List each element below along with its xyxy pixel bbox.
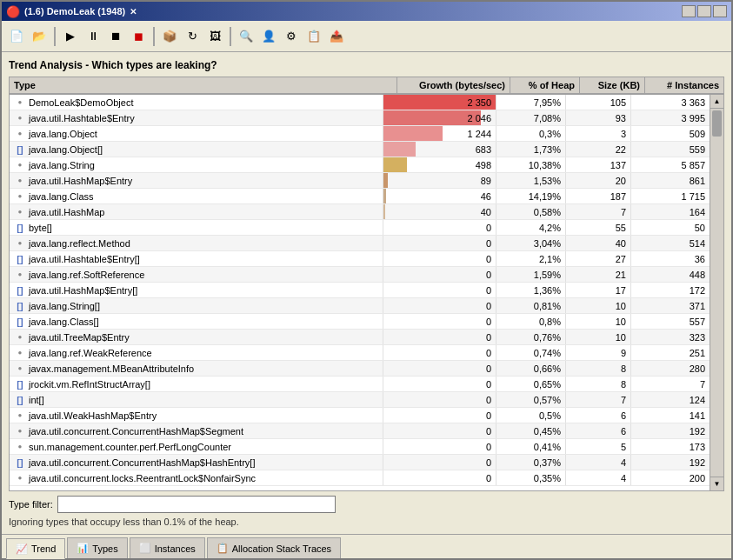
growth-cell: 0 [383, 439, 496, 454]
types-tab-label: Types [92, 543, 117, 554]
type-icon: ● [14, 425, 26, 437]
type-icon: [] [14, 394, 26, 406]
growth-bar [383, 157, 407, 172]
bracket-icon: [] [17, 285, 23, 296]
heap-cell: 10,38% [496, 157, 566, 172]
growth-cell: 683 [383, 142, 496, 157]
size-cell: 9 [566, 345, 631, 360]
config-button[interactable]: ⚙ [281, 26, 302, 47]
size-cell: 4 [566, 455, 631, 470]
report-button[interactable]: 📋 [303, 26, 324, 47]
instances-cell: 172 [631, 283, 710, 297]
table-row[interactable]: ● java.lang.ref.SoftReference 0 1,59% 21… [10, 267, 710, 283]
open-button[interactable]: 📂 [29, 26, 50, 47]
type-name-cell: ● java.util.TreeMap$Entry [10, 330, 383, 344]
table-row[interactable]: [] java.util.concurrent.ConcurrentHashMa… [10, 455, 710, 470]
table-row[interactable]: ● java.util.HashMap 40 0,58% 7 164 [10, 204, 710, 220]
col-size[interactable]: Size (KB) [580, 77, 645, 93]
table-row[interactable]: ● java.util.Hashtable$Entry 2 046 7,08% … [10, 110, 710, 126]
pause-button[interactable]: ⏸ [83, 26, 103, 47]
size-cell: 137 [566, 157, 631, 172]
back-button[interactable]: 🖼 [204, 26, 225, 47]
tab-instances[interactable]: ⬜ Instances [130, 537, 205, 558]
table-row[interactable]: [] byte[] 0 4,2% 55 50 [10, 220, 710, 236]
type-icon: ● [14, 347, 26, 359]
scroll-thumb[interactable] [712, 110, 722, 137]
heap-cell: 1,73% [496, 142, 566, 157]
type-icon: [] [14, 316, 26, 328]
table-row[interactable]: ● java.util.WeakHashMap$Entry 0 0,5% 6 1… [10, 408, 710, 423]
table-row[interactable]: [] java.util.Hashtable$Entry[] 0 2,1% 27… [10, 251, 710, 267]
scroll-down-button[interactable]: ▼ [710, 477, 723, 490]
new-button[interactable]: 📄 [6, 26, 27, 47]
tab-allocation[interactable]: 📋 Allocation Stack Traces [207, 537, 341, 558]
close-button[interactable] [713, 5, 727, 17]
scroll-track [710, 109, 723, 477]
search-button[interactable]: 🔍 [236, 26, 257, 47]
type-name-cell: [] java.util.concurrent.ConcurrentHashMa… [10, 455, 383, 470]
table-row[interactable]: ● java.lang.Object 1 244 0,3% 3 509 [10, 126, 710, 142]
maximize-button[interactable] [697, 5, 711, 17]
growth-cell: 0 [383, 345, 496, 360]
table-row[interactable]: ● java.lang.String 498 10,38% 137 5 857 [10, 157, 710, 173]
refresh-button[interactable]: ↻ [182, 26, 203, 47]
tab-trend[interactable]: 📈 Trend [6, 538, 65, 559]
type-icon: ● [14, 472, 26, 484]
table-row[interactable]: [] int[] 0 0,57% 7 124 [10, 392, 710, 408]
table-row[interactable]: ● java.lang.reflect.Method 0 3,04% 40 51… [10, 236, 710, 251]
size-cell: 10 [566, 330, 631, 344]
stop-button[interactable]: ⏹ [105, 26, 126, 47]
col-growth[interactable]: Growth (bytes/sec) [397, 77, 510, 93]
type-icon: ● [14, 363, 26, 375]
table-row[interactable]: [] java.util.HashMap$Entry[] 0 1,36% 17 … [10, 283, 710, 298]
table-row[interactable]: ● DemoLeak$DemoObject 2 350 7,95% 105 3 … [10, 95, 710, 110]
heap-cell: 0,81% [496, 298, 566, 313]
type-name: java.util.WeakHashMap$Entry [29, 410, 157, 421]
growth-value: 0 [486, 395, 496, 405]
table-row[interactable]: [] jrockit.vm.RefIntStructArray[] 0 0,65… [10, 377, 710, 392]
type-name: java.lang.Object[] [29, 144, 103, 155]
table-row[interactable]: [] java.lang.Class[] 0 0,8% 10 557 [10, 314, 710, 330]
tab-bar: 📈 Trend 📊 Types ⬜ Instances 📋 Allocation… [2, 534, 731, 558]
toolbar-separator-2 [153, 27, 155, 46]
table-row[interactable]: ● java.util.TreeMap$Entry 0 0,76% 10 323 [10, 330, 710, 345]
tab-types[interactable]: 📊 Types [67, 537, 127, 558]
growth-cell: 0 [383, 455, 496, 470]
table-row[interactable]: ● sun.management.counter.perf.PerfLongCo… [10, 439, 710, 455]
col-instances[interactable]: # Instances [645, 77, 723, 93]
close-tab-icon[interactable]: ✕ [130, 7, 137, 17]
main-window: 🔴 (1.6) DemoLeak (1948) ✕ 📄 📂 ▶ ⏸ ⏹ ◼ 📦 … [0, 0, 733, 560]
record-button[interactable]: ◼ [128, 26, 149, 47]
type-name: int[] [29, 395, 44, 405]
table-row[interactable]: ● java.lang.ref.WeakReference 0 0,74% 9 … [10, 345, 710, 361]
size-cell: 20 [566, 173, 631, 188]
table-row[interactable]: ● java.lang.Class 46 14,19% 187 1 715 [10, 189, 710, 204]
minimize-button[interactable] [682, 5, 696, 17]
bracket-icon: [] [17, 395, 23, 405]
person-button[interactable]: 👤 [258, 26, 279, 47]
type-filter-input[interactable] [57, 496, 336, 513]
table-row[interactable]: [] java.lang.Object[] 683 1,73% 22 559 [10, 142, 710, 157]
growth-bar [383, 204, 385, 219]
col-heap[interactable]: % of Heap [510, 77, 580, 93]
table-row[interactable]: ● java.util.concurrent.locks.ReentrantLo… [10, 470, 710, 486]
growth-cell: 0 [383, 470, 496, 485]
table-body[interactable]: ● DemoLeak$DemoObject 2 350 7,95% 105 3 … [10, 95, 710, 490]
type-name: java.lang.ref.SoftReference [29, 270, 144, 280]
table-row[interactable]: [] java.lang.String[] 0 0,81% 10 371 [10, 298, 710, 314]
table-row[interactable]: ● java.util.concurrent.ConcurrentHashMap… [10, 423, 710, 439]
run-button[interactable]: ▶ [60, 26, 81, 47]
table-row[interactable]: ● javax.management.MBeanAttributeInfo 0 … [10, 361, 710, 377]
type-name-cell: ● java.lang.Object [10, 126, 383, 141]
scrollbar[interactable]: ▲ ▼ [710, 95, 723, 490]
growth-bar [383, 189, 386, 203]
table-row[interactable]: ● java.util.HashMap$Entry 89 1,53% 20 86… [10, 173, 710, 189]
scroll-up-button[interactable]: ▲ [710, 95, 723, 109]
col-type[interactable]: Type [10, 77, 397, 93]
instances-cell: 124 [631, 392, 710, 407]
type-icon: ● [14, 112, 26, 124]
heapdump-button[interactable]: 📦 [159, 26, 180, 47]
toolbar: 📄 📂 ▶ ⏸ ⏹ ◼ 📦 ↻ 🖼 🔍 👤 ⚙ 📋 📤 [2, 21, 731, 52]
types-tab-icon: 📊 [77, 543, 89, 554]
export-button[interactable]: 📤 [326, 26, 347, 47]
